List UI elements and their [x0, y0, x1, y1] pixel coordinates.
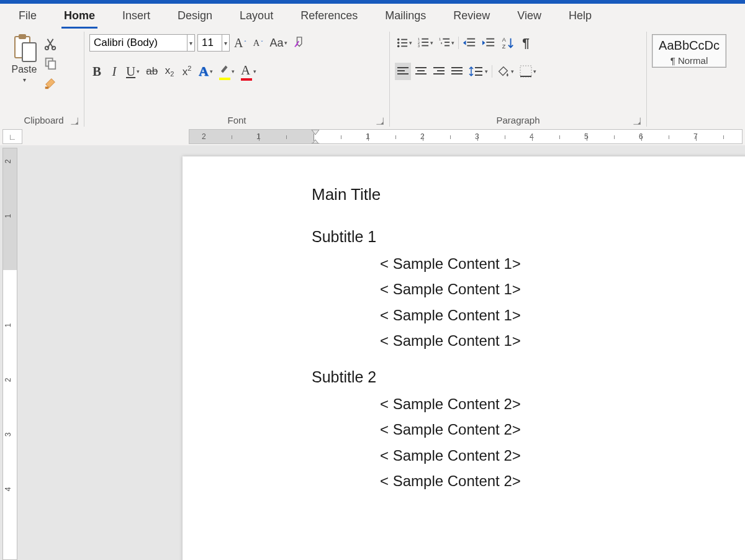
shading-button[interactable]: ▾ — [494, 63, 516, 80]
svg-rect-47 — [475, 75, 482, 76]
tab-review[interactable]: Review — [440, 4, 503, 29]
change-case-button[interactable]: Aa▾ — [268, 34, 289, 52]
text-effects-button[interactable]: A▾ — [197, 63, 215, 80]
group-label-clipboard: Clipboard — [24, 115, 63, 125]
document-page[interactable]: Main Title Subtitle 1< Sample Content 1>… — [183, 156, 745, 560]
show-marks-button[interactable]: ¶ — [518, 34, 533, 52]
paste-label: Paste — [12, 64, 37, 75]
underline-button[interactable]: U▾ — [124, 63, 142, 80]
paragraph-launcher[interactable] — [633, 117, 640, 124]
ribbon: Paste ▾ Clipboard — [0, 29, 745, 128]
borders-icon — [520, 65, 532, 78]
decrease-indent-icon — [463, 37, 476, 49]
doc-content-line[interactable]: < Sample Content 1> — [312, 302, 745, 328]
paint-bucket-icon — [496, 65, 510, 78]
copy-button[interactable] — [42, 55, 58, 71]
tab-view[interactable]: View — [503, 4, 555, 29]
numbering-button[interactable]: 123▾ — [416, 34, 435, 52]
paste-button[interactable]: Paste ▾ — [9, 32, 40, 86]
svg-rect-40 — [437, 70, 445, 71]
svg-rect-13 — [401, 46, 407, 47]
align-left-button[interactable] — [395, 63, 411, 80]
numbering-icon: 123 — [418, 37, 429, 48]
doc-content-line[interactable]: < Sample Content 2> — [312, 443, 745, 468]
group-font: ▾ ▾ Aˆ Aˇ Aa▾ B — [84, 32, 390, 127]
doc-subtitle[interactable]: Subtitle 2 — [312, 368, 745, 386]
bold-button[interactable]: B — [89, 63, 104, 80]
font-size-input[interactable] — [198, 37, 222, 49]
tab-mailings[interactable]: Mailings — [371, 4, 440, 29]
svg-point-10 — [397, 45, 400, 48]
borders-button[interactable]: ▾ — [518, 63, 538, 80]
cut-button[interactable] — [42, 35, 58, 52]
doc-content-line[interactable]: < Sample Content 1> — [312, 251, 745, 276]
chevron-down-icon[interactable]: ▾ — [222, 35, 229, 51]
vertical-ruler-container: 211234 — [0, 145, 21, 560]
separator — [458, 37, 459, 49]
svg-rect-24 — [445, 45, 449, 47]
font-name-input[interactable] — [90, 37, 187, 49]
tab-file[interactable]: File — [5, 4, 50, 29]
tab-layout[interactable]: Layout — [226, 4, 287, 29]
justify-button[interactable] — [449, 63, 465, 80]
subscript-button[interactable]: x2 — [162, 63, 177, 80]
tab-references[interactable]: References — [287, 4, 371, 29]
tab-home[interactable]: Home — [50, 4, 109, 29]
tab-insert[interactable]: Insert — [109, 4, 164, 29]
doc-main-title[interactable]: Main Title — [312, 185, 745, 204]
decrease-indent-button[interactable] — [461, 34, 478, 52]
font-color-button[interactable]: A▾ — [239, 63, 258, 80]
font-size-combo[interactable]: ▾ — [197, 34, 230, 52]
bullets-button[interactable]: ▾ — [395, 34, 414, 52]
svg-point-9 — [397, 42, 400, 44]
chevron-down-icon[interactable]: ▾ — [187, 35, 194, 51]
shrink-font-button[interactable]: Aˇ — [250, 34, 265, 52]
tab-design[interactable]: Design — [164, 4, 226, 29]
horizontal-ruler[interactable]: 2112345678 — [189, 129, 743, 144]
italic-button[interactable]: I — [107, 63, 122, 80]
doc-content-line[interactable]: < Sample Content 2> — [312, 391, 745, 417]
align-center-icon — [415, 66, 427, 77]
style-normal[interactable]: AaBbCcDc ¶ Normal — [652, 34, 726, 68]
svg-point-3 — [45, 47, 49, 50]
svg-rect-2 — [22, 43, 36, 61]
group-styles: AaBbCcDc ¶ Normal — [647, 32, 741, 127]
grow-font-button[interactable]: Aˆ — [232, 34, 248, 52]
document-viewport[interactable]: Main Title Subtitle 1< Sample Content 1>… — [21, 145, 745, 560]
svg-text:A: A — [502, 37, 507, 43]
pilcrow-icon: ¶ — [522, 35, 530, 50]
align-center-button[interactable] — [413, 63, 429, 80]
svg-rect-34 — [397, 70, 405, 71]
doc-content-line[interactable]: < Sample Content 2> — [312, 468, 745, 494]
superscript-button[interactable]: x2 — [179, 63, 194, 80]
font-color-icon: A — [241, 63, 252, 81]
doc-content-line[interactable]: < Sample Content 1> — [312, 328, 745, 353]
svg-rect-42 — [451, 67, 463, 68]
indent-marker[interactable] — [311, 129, 320, 144]
increase-indent-button[interactable] — [480, 34, 497, 52]
strikethrough-button[interactable]: ab — [144, 63, 160, 80]
align-right-button[interactable] — [431, 63, 447, 80]
clear-formatting-button[interactable] — [292, 34, 309, 52]
eraser-icon — [294, 36, 307, 50]
superscript-icon: x2 — [183, 65, 192, 78]
clipboard-launcher[interactable] — [71, 117, 78, 124]
svg-point-4 — [52, 47, 56, 50]
svg-rect-25 — [467, 38, 475, 40]
font-name-combo[interactable]: ▾ — [89, 34, 195, 52]
tab-selector[interactable]: ∟ — [2, 129, 22, 144]
vertical-ruler[interactable]: 211234 — [2, 148, 17, 560]
doc-subtitle[interactable]: Subtitle 1 — [312, 228, 745, 246]
doc-content-line[interactable]: < Sample Content 2> — [312, 417, 745, 442]
tab-help[interactable]: Help — [555, 4, 605, 29]
font-launcher[interactable] — [376, 117, 383, 124]
sort-button[interactable]: AZ — [499, 34, 517, 52]
group-label-paragraph: Paragraph — [496, 115, 540, 125]
multilevel-list-button[interactable]: 1a▾ — [437, 34, 456, 52]
svg-rect-19 — [422, 45, 428, 47]
format-painter-button[interactable] — [42, 75, 58, 91]
line-spacing-button[interactable]: ▾ — [467, 63, 490, 80]
highlight-button[interactable]: ▾ — [217, 63, 237, 80]
doc-content-line[interactable]: < Sample Content 1> — [312, 276, 745, 302]
subscript-icon: x2 — [165, 65, 174, 78]
